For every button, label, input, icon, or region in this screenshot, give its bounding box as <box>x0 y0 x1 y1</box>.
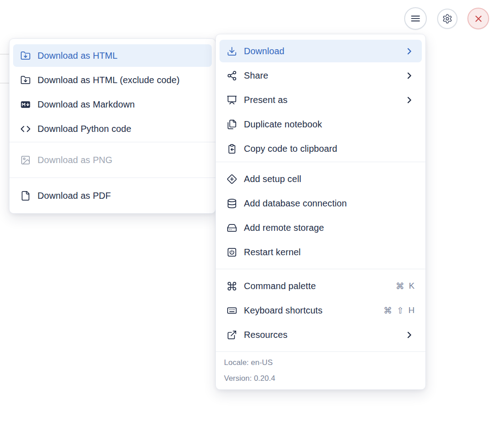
external-link-icon <box>227 330 237 340</box>
chevron-right-icon <box>404 95 415 105</box>
menu-item-label: Restart kernel <box>244 247 415 257</box>
menu-footer: Locale: en-US Version: 0.20.4 <box>216 351 425 389</box>
menu-item-label: Download as PNG <box>37 155 205 165</box>
keyboard-icon <box>227 305 237 316</box>
menu-item-command-palette[interactable]: Command palette⌘K <box>219 275 422 297</box>
notebook-context-menu: DownloadSharePresent asDuplicate noteboo… <box>215 34 426 390</box>
menu-item-label: Add database connection <box>244 198 415 209</box>
clipboard-copy-icon <box>227 144 237 154</box>
menu-item-label: Download <box>244 46 397 56</box>
folder-down-icon <box>20 75 31 85</box>
settings-button[interactable] <box>437 9 457 29</box>
share-icon <box>227 70 237 81</box>
menu-item-download-as-png: Download as PNG <box>13 149 212 171</box>
diamond-plus-icon <box>227 174 237 184</box>
menu-item-label: Command palette <box>244 281 389 291</box>
notebook-menu-groups: DownloadSharePresent asDuplicate noteboo… <box>216 40 425 351</box>
menu-item-present-as[interactable]: Present as <box>219 89 422 111</box>
menu-item-add-setup-cell[interactable]: Add setup cell <box>219 168 422 190</box>
download-submenu-groups: Download as HTMLDownload as HTML (exclud… <box>9 44 215 213</box>
menu-item-duplicate-notebook[interactable]: Duplicate notebook <box>219 113 422 136</box>
menu-group: Download as PDF <box>9 178 215 213</box>
menu-item-label: Duplicate notebook <box>244 119 415 130</box>
markdown-icon <box>20 99 31 110</box>
folder-down-icon <box>20 51 31 61</box>
menu-group: Download as HTMLDownload as HTML (exclud… <box>9 44 215 140</box>
version-text: Version: 0.20.4 <box>224 370 417 386</box>
menu-item-download[interactable]: Download <box>219 40 422 62</box>
menu-item-share[interactable]: Share <box>219 64 422 87</box>
menu-item-download-python-code[interactable]: Download Python code <box>13 117 212 140</box>
menu-group: DownloadSharePresent asDuplicate noteboo… <box>216 40 425 160</box>
shutdown-button[interactable] <box>467 8 489 29</box>
gear-icon <box>442 14 453 24</box>
menu-item-keyboard-shortcuts[interactable]: Keyboard shortcuts⌘⇧H <box>219 299 422 322</box>
menu-item-label: Resources <box>244 330 397 340</box>
shortcut-hint: ⌘K <box>396 281 415 291</box>
menu-item-download-as-markdown[interactable]: Download as Markdown <box>13 93 212 116</box>
menu-group: Command palette⌘KKeyboard shortcuts⌘⇧HRe… <box>216 269 425 351</box>
menu-item-label: Add remote storage <box>244 223 415 233</box>
code-icon <box>20 124 31 134</box>
menu-group: Add setup cellAdd database connectionAdd… <box>216 162 425 269</box>
hamburger-menu-icon <box>410 13 421 24</box>
menu-item-add-remote-storage[interactable]: Add remote storage <box>219 216 422 239</box>
menu-item-label: Present as <box>244 95 397 105</box>
command-icon <box>227 281 237 291</box>
menu-item-label: Copy code to clipboard <box>244 144 415 154</box>
menu-item-restart-kernel[interactable]: Restart kernel <box>219 241 422 263</box>
shortcut-hint: ⌘⇧H <box>383 305 415 316</box>
chevron-right-icon <box>404 330 415 340</box>
menu-item-label: Keyboard shortcuts <box>244 305 377 316</box>
menu-item-download-as-html[interactable]: Download as HTML <box>13 44 212 67</box>
notebook-menu-button[interactable] <box>404 7 427 30</box>
locale-text: Locale: en-US <box>224 355 417 370</box>
chevron-right-icon <box>404 70 415 81</box>
download-submenu: Download as HTMLDownload as HTML (exclud… <box>9 38 216 214</box>
download-icon <box>227 46 237 56</box>
power-square-icon <box>227 247 237 257</box>
chevron-right-icon <box>404 46 415 56</box>
menu-item-label: Add setup cell <box>244 174 415 184</box>
menu-item-label: Download Python code <box>37 124 205 134</box>
menu-item-label: Download as HTML (exclude code) <box>37 75 205 85</box>
menu-item-download-as-pdf[interactable]: Download as PDF <box>13 184 212 207</box>
presentation-icon <box>227 95 237 105</box>
menu-item-resources[interactable]: Resources <box>219 323 422 346</box>
database-icon <box>227 198 237 209</box>
duplicate-icon <box>227 119 237 130</box>
menu-item-label: Download as PDF <box>37 191 205 201</box>
menu-item-label: Share <box>244 70 397 81</box>
menu-item-add-database-connection[interactable]: Add database connection <box>219 192 422 215</box>
menu-group: Download as PNG <box>9 142 215 178</box>
image-icon <box>20 155 31 165</box>
file-icon <box>20 191 31 201</box>
menu-item-label: Download as Markdown <box>37 99 205 110</box>
menu-item-copy-code-to-clipboard[interactable]: Copy code to clipboard <box>219 137 422 160</box>
menu-item-download-as-html-exclude-code[interactable]: Download as HTML (exclude code) <box>13 69 212 91</box>
hard-drive-icon <box>227 223 237 233</box>
menu-item-label: Download as HTML <box>37 51 205 61</box>
close-icon <box>473 14 484 24</box>
